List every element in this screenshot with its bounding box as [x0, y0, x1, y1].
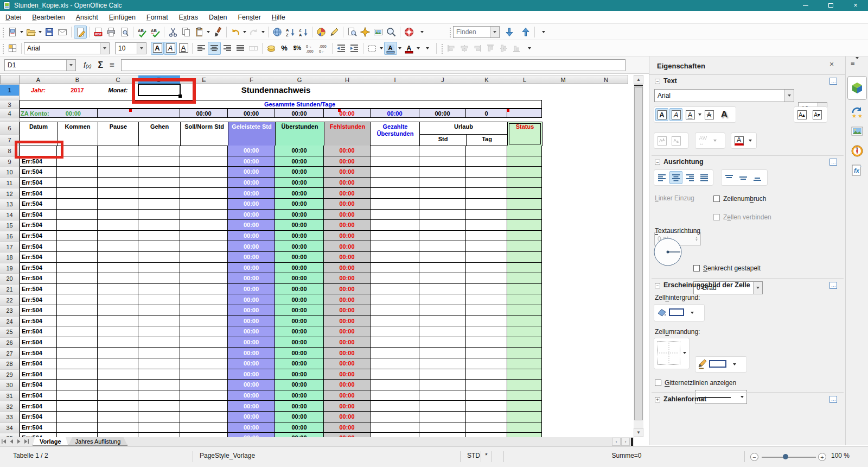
cell-B30[interactable] [57, 380, 98, 390]
cell-G34[interactable]: 00:00 [275, 422, 324, 433]
cell-C18[interactable] [98, 252, 138, 263]
row-header-17[interactable]: 17 [0, 241, 20, 253]
cell-E17[interactable] [180, 241, 228, 252]
cell-F29[interactable]: 00:00 [228, 369, 275, 380]
cell-J11[interactable] [419, 178, 466, 188]
zoom-slider-track[interactable] [762, 457, 816, 458]
align-object-bottom-button[interactable] [510, 42, 523, 55]
cell-L33[interactable] [507, 412, 542, 422]
font-color-dropdown[interactable] [417, 47, 420, 49]
cell-H26[interactable]: 00:00 [324, 337, 371, 348]
cell-D20[interactable] [138, 273, 180, 284]
cell-K15[interactable] [466, 220, 507, 231]
table-header-fehlstunden[interactable]: Fehlstunden [324, 122, 371, 146]
merge-cells-checkbox[interactable] [713, 214, 720, 220]
column-header-J[interactable]: J [419, 75, 467, 84]
spellcheck-button[interactable]: AB [136, 26, 149, 39]
paste-dropdown[interactable] [207, 31, 210, 33]
cell-row4-1[interactable] [98, 109, 180, 118]
cell-L29[interactable] [507, 369, 542, 380]
cell-D31[interactable] [138, 390, 180, 401]
bold-button[interactable]: A [151, 42, 164, 55]
cell-I24[interactable] [371, 316, 419, 327]
menu-format[interactable]: Format [141, 11, 174, 23]
row-header-4[interactable]: 4 [0, 109, 20, 118]
cell-E28[interactable] [180, 358, 228, 369]
cell-A12[interactable]: Err:504 [20, 188, 57, 199]
cell-A17[interactable]: Err:504 [20, 241, 57, 252]
collapse-text-section-icon[interactable]: − [655, 79, 660, 84]
cell-A30[interactable]: Err:504 [20, 380, 57, 390]
find-toolbar-overflow-icon[interactable] [537, 26, 550, 39]
cell-F32[interactable]: 00:00 [228, 401, 275, 412]
cell-K20[interactable] [466, 273, 507, 284]
find-next-icon[interactable] [503, 26, 516, 39]
cell-H9[interactable]: 00:00 [324, 156, 371, 167]
font-color-button[interactable]: A [403, 42, 416, 55]
vertical-scrollbar[interactable]: ▲ ▼ [634, 75, 643, 437]
cell-J25[interactable] [419, 326, 466, 337]
column-header-F[interactable]: F [228, 75, 276, 84]
cell-J8[interactable] [419, 146, 466, 156]
cell-G15[interactable]: 00:00 [275, 220, 324, 231]
cell-I14[interactable] [371, 210, 419, 220]
paste-button[interactable] [193, 26, 206, 39]
align-more-options-icon[interactable]: ⋯ [829, 159, 837, 166]
row-header-18[interactable]: 18 [0, 252, 20, 263]
cell-H35[interactable]: 00:00 [324, 433, 371, 437]
cell-E34[interactable] [180, 422, 228, 433]
cell-H14[interactable]: 00:00 [324, 210, 371, 220]
align-right-button[interactable] [684, 171, 697, 184]
cell-E22[interactable] [180, 294, 228, 305]
row-header-32[interactable]: 32 [0, 401, 20, 412]
cell-E9[interactable] [180, 156, 228, 167]
cell-D26[interactable] [138, 337, 180, 348]
cell-B13[interactable] [57, 199, 98, 210]
table-header-pause[interactable]: Pause [98, 122, 139, 146]
percent-format-button[interactable]: % [278, 42, 291, 55]
cell-row4-4[interactable]: 00:00 [275, 109, 324, 118]
cell-G9[interactable]: 00:00 [275, 156, 324, 167]
cell-I25[interactable] [371, 326, 419, 337]
cell-G19[interactable]: 00:00 [275, 263, 324, 274]
cell-E20[interactable] [180, 273, 228, 284]
cell-D24[interactable] [138, 316, 180, 327]
cell-I30[interactable] [371, 380, 419, 390]
borders-dropdown[interactable] [380, 47, 383, 49]
border-preset-selector[interactable] [658, 341, 680, 365]
cell-row4-6[interactable]: 00:00 [371, 109, 419, 118]
row-header-26[interactable]: 26 [0, 337, 20, 349]
row-header-10[interactable]: 10 [0, 167, 20, 178]
cell-D32[interactable] [138, 401, 180, 412]
cell-H11[interactable]: 00:00 [324, 178, 371, 188]
cell-row4-7[interactable]: 00:00 [419, 109, 466, 118]
equals-icon[interactable]: = [110, 60, 114, 70]
print-button[interactable] [105, 26, 118, 39]
zoom-button[interactable] [385, 26, 398, 39]
edit-file-button[interactable] [74, 26, 87, 39]
sidebar-font-color-dropdown[interactable] [749, 140, 752, 142]
cell-L16[interactable] [507, 231, 542, 242]
cell-B16[interactable] [57, 231, 98, 242]
cell-C31[interactable] [98, 390, 138, 401]
zoom-slider-thumb[interactable] [783, 454, 788, 459]
underline-button[interactable]: A [684, 108, 697, 121]
menu-hilfe[interactable]: Hilfe [266, 11, 291, 23]
cell-K23[interactable] [466, 305, 507, 316]
cell-G18[interactable]: 00:00 [275, 252, 324, 263]
cell-B34[interactable] [57, 422, 98, 433]
background-color-dropdown[interactable] [691, 312, 694, 314]
cell-D11[interactable] [138, 178, 180, 188]
cell-G35[interactable]: 00:00 [275, 433, 324, 437]
cell-K11[interactable] [466, 178, 507, 188]
cell-B22[interactable] [57, 294, 98, 305]
cell-B21[interactable] [57, 284, 98, 295]
row-header-34[interactable]: 34 [0, 422, 20, 434]
cell-B24[interactable] [57, 316, 98, 327]
cell-A19[interactable]: Err:504 [20, 263, 57, 274]
toolbar-overflow-icon[interactable] [421, 42, 434, 55]
row-header-31[interactable]: 31 [0, 390, 20, 402]
cell-A28[interactable]: Err:504 [20, 358, 57, 369]
vertically-stacked-checkbox[interactable] [693, 265, 700, 272]
cell-H13[interactable]: 00:00 [324, 199, 371, 210]
